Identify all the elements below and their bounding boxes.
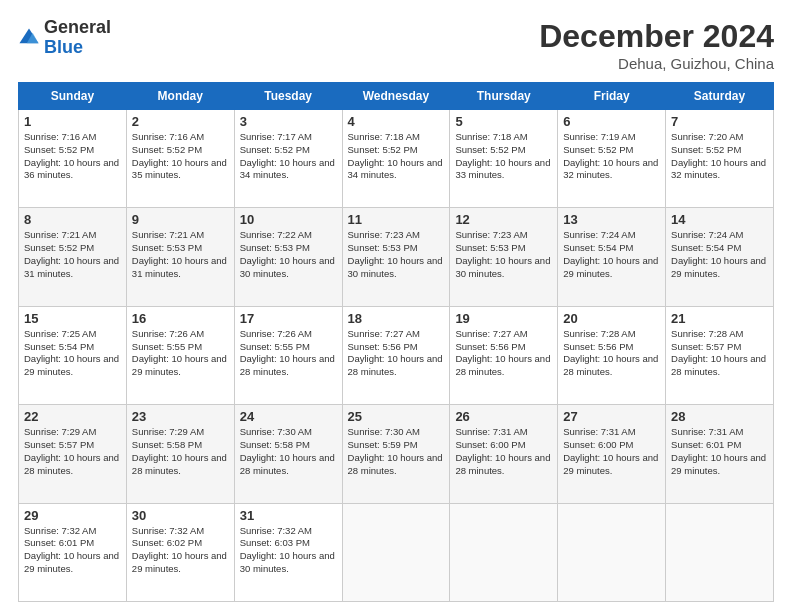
table-row: 23Sunrise: 7:29 AMSunset: 5:58 PMDayligh…	[126, 405, 234, 503]
logo-general-text: General	[44, 18, 111, 38]
table-row: 4Sunrise: 7:18 AMSunset: 5:52 PMDaylight…	[342, 110, 450, 208]
calendar-header: Sunday Monday Tuesday Wednesday Thursday…	[19, 83, 774, 110]
table-row: 28Sunrise: 7:31 AMSunset: 6:01 PMDayligh…	[666, 405, 774, 503]
day-info: Sunrise: 7:21 AMSunset: 5:52 PMDaylight:…	[24, 229, 119, 278]
day-number: 19	[455, 311, 552, 326]
day-info: Sunrise: 7:25 AMSunset: 5:54 PMDaylight:…	[24, 328, 119, 377]
calendar-table: Sunday Monday Tuesday Wednesday Thursday…	[18, 82, 774, 602]
day-info: Sunrise: 7:17 AMSunset: 5:52 PMDaylight:…	[240, 131, 335, 180]
table-row: 19Sunrise: 7:27 AMSunset: 5:56 PMDayligh…	[450, 306, 558, 404]
table-row: 1Sunrise: 7:16 AMSunset: 5:52 PMDaylight…	[19, 110, 127, 208]
day-info: Sunrise: 7:24 AMSunset: 5:54 PMDaylight:…	[563, 229, 658, 278]
table-row: 13Sunrise: 7:24 AMSunset: 5:54 PMDayligh…	[558, 208, 666, 306]
day-info: Sunrise: 7:29 AMSunset: 5:57 PMDaylight:…	[24, 426, 119, 475]
day-info: Sunrise: 7:31 AMSunset: 6:01 PMDaylight:…	[671, 426, 766, 475]
table-row: 14Sunrise: 7:24 AMSunset: 5:54 PMDayligh…	[666, 208, 774, 306]
day-number: 4	[348, 114, 445, 129]
day-number: 1	[24, 114, 121, 129]
calendar-week-3: 15Sunrise: 7:25 AMSunset: 5:54 PMDayligh…	[19, 306, 774, 404]
day-number: 16	[132, 311, 229, 326]
table-row: 2Sunrise: 7:16 AMSunset: 5:52 PMDaylight…	[126, 110, 234, 208]
table-row: 11Sunrise: 7:23 AMSunset: 5:53 PMDayligh…	[342, 208, 450, 306]
day-info: Sunrise: 7:28 AMSunset: 5:56 PMDaylight:…	[563, 328, 658, 377]
logo-blue-text: Blue	[44, 38, 111, 58]
table-row: 6Sunrise: 7:19 AMSunset: 5:52 PMDaylight…	[558, 110, 666, 208]
table-row: 31Sunrise: 7:32 AMSunset: 6:03 PMDayligh…	[234, 503, 342, 601]
logo-icon	[18, 27, 40, 49]
day-info: Sunrise: 7:23 AMSunset: 5:53 PMDaylight:…	[348, 229, 443, 278]
table-row: 29Sunrise: 7:32 AMSunset: 6:01 PMDayligh…	[19, 503, 127, 601]
logo-text: General Blue	[44, 18, 111, 58]
day-info: Sunrise: 7:32 AMSunset: 6:01 PMDaylight:…	[24, 525, 119, 574]
day-info: Sunrise: 7:18 AMSunset: 5:52 PMDaylight:…	[455, 131, 550, 180]
day-number: 27	[563, 409, 660, 424]
table-row: 3Sunrise: 7:17 AMSunset: 5:52 PMDaylight…	[234, 110, 342, 208]
day-info: Sunrise: 7:29 AMSunset: 5:58 PMDaylight:…	[132, 426, 227, 475]
table-row: 9Sunrise: 7:21 AMSunset: 5:53 PMDaylight…	[126, 208, 234, 306]
header-row: Sunday Monday Tuesday Wednesday Thursday…	[19, 83, 774, 110]
day-number: 28	[671, 409, 768, 424]
day-info: Sunrise: 7:26 AMSunset: 5:55 PMDaylight:…	[240, 328, 335, 377]
col-wednesday: Wednesday	[342, 83, 450, 110]
day-info: Sunrise: 7:19 AMSunset: 5:52 PMDaylight:…	[563, 131, 658, 180]
subtitle: Dehua, Guizhou, China	[539, 55, 774, 72]
col-sunday: Sunday	[19, 83, 127, 110]
day-info: Sunrise: 7:21 AMSunset: 5:53 PMDaylight:…	[132, 229, 227, 278]
day-number: 29	[24, 508, 121, 523]
day-number: 24	[240, 409, 337, 424]
table-row: 7Sunrise: 7:20 AMSunset: 5:52 PMDaylight…	[666, 110, 774, 208]
day-number: 25	[348, 409, 445, 424]
table-row: 26Sunrise: 7:31 AMSunset: 6:00 PMDayligh…	[450, 405, 558, 503]
day-info: Sunrise: 7:23 AMSunset: 5:53 PMDaylight:…	[455, 229, 550, 278]
calendar-week-5: 29Sunrise: 7:32 AMSunset: 6:01 PMDayligh…	[19, 503, 774, 601]
day-number: 31	[240, 508, 337, 523]
page: General Blue December 2024 Dehua, Guizho…	[0, 0, 792, 612]
table-row: 8Sunrise: 7:21 AMSunset: 5:52 PMDaylight…	[19, 208, 127, 306]
table-row: 21Sunrise: 7:28 AMSunset: 5:57 PMDayligh…	[666, 306, 774, 404]
day-number: 21	[671, 311, 768, 326]
col-saturday: Saturday	[666, 83, 774, 110]
table-row: 16Sunrise: 7:26 AMSunset: 5:55 PMDayligh…	[126, 306, 234, 404]
title-section: December 2024 Dehua, Guizhou, China	[539, 18, 774, 72]
col-friday: Friday	[558, 83, 666, 110]
day-info: Sunrise: 7:31 AMSunset: 6:00 PMDaylight:…	[563, 426, 658, 475]
day-info: Sunrise: 7:18 AMSunset: 5:52 PMDaylight:…	[348, 131, 443, 180]
day-number: 30	[132, 508, 229, 523]
day-info: Sunrise: 7:30 AMSunset: 5:58 PMDaylight:…	[240, 426, 335, 475]
day-info: Sunrise: 7:16 AMSunset: 5:52 PMDaylight:…	[132, 131, 227, 180]
col-tuesday: Tuesday	[234, 83, 342, 110]
day-info: Sunrise: 7:27 AMSunset: 5:56 PMDaylight:…	[348, 328, 443, 377]
day-number: 13	[563, 212, 660, 227]
day-number: 26	[455, 409, 552, 424]
table-row: 27Sunrise: 7:31 AMSunset: 6:00 PMDayligh…	[558, 405, 666, 503]
day-info: Sunrise: 7:26 AMSunset: 5:55 PMDaylight:…	[132, 328, 227, 377]
day-number: 8	[24, 212, 121, 227]
table-row	[558, 503, 666, 601]
day-info: Sunrise: 7:32 AMSunset: 6:02 PMDaylight:…	[132, 525, 227, 574]
table-row	[342, 503, 450, 601]
day-number: 2	[132, 114, 229, 129]
table-row: 15Sunrise: 7:25 AMSunset: 5:54 PMDayligh…	[19, 306, 127, 404]
table-row: 20Sunrise: 7:28 AMSunset: 5:56 PMDayligh…	[558, 306, 666, 404]
day-info: Sunrise: 7:20 AMSunset: 5:52 PMDaylight:…	[671, 131, 766, 180]
table-row: 17Sunrise: 7:26 AMSunset: 5:55 PMDayligh…	[234, 306, 342, 404]
table-row: 22Sunrise: 7:29 AMSunset: 5:57 PMDayligh…	[19, 405, 127, 503]
main-title: December 2024	[539, 18, 774, 55]
day-number: 10	[240, 212, 337, 227]
day-number: 5	[455, 114, 552, 129]
day-info: Sunrise: 7:24 AMSunset: 5:54 PMDaylight:…	[671, 229, 766, 278]
day-number: 14	[671, 212, 768, 227]
day-number: 18	[348, 311, 445, 326]
day-info: Sunrise: 7:32 AMSunset: 6:03 PMDaylight:…	[240, 525, 335, 574]
day-number: 11	[348, 212, 445, 227]
day-number: 3	[240, 114, 337, 129]
table-row: 24Sunrise: 7:30 AMSunset: 5:58 PMDayligh…	[234, 405, 342, 503]
day-number: 22	[24, 409, 121, 424]
header: General Blue December 2024 Dehua, Guizho…	[18, 18, 774, 72]
day-number: 17	[240, 311, 337, 326]
calendar-body: 1Sunrise: 7:16 AMSunset: 5:52 PMDaylight…	[19, 110, 774, 602]
table-row	[666, 503, 774, 601]
day-number: 12	[455, 212, 552, 227]
calendar-week-1: 1Sunrise: 7:16 AMSunset: 5:52 PMDaylight…	[19, 110, 774, 208]
day-info: Sunrise: 7:31 AMSunset: 6:00 PMDaylight:…	[455, 426, 550, 475]
